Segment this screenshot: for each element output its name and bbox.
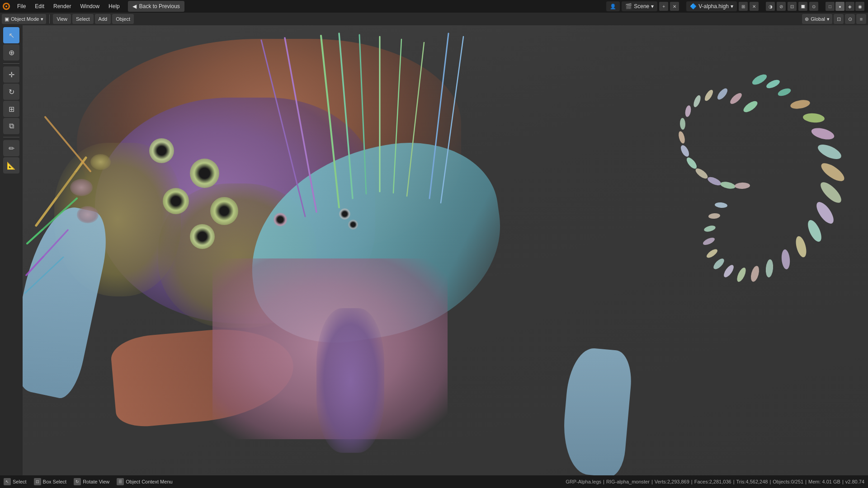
- object-close-button[interactable]: ✕: [750, 2, 759, 11]
- new-scene-icon: +: [662, 4, 665, 9]
- object-menu-button[interactable]: Object: [112, 14, 134, 24]
- prop-toolbar-icon: ⊙: [848, 16, 852, 22]
- scene-close-button[interactable]: ✕: [670, 2, 679, 11]
- olive-bump-3: [77, 206, 99, 223]
- toolbar-right: ⊛ Global ▾ ⊡ ⊙ ≡: [802, 14, 866, 24]
- material-mode-button[interactable]: ◈: [845, 2, 854, 11]
- svg-point-15: [781, 249, 791, 269]
- snap-toolbar-icon: ⊡: [837, 16, 841, 22]
- blender-logo: [0, 0, 13, 13]
- object-name-selector[interactable]: 🔷 V-alpha.high ▾: [686, 1, 737, 11]
- transform-space-selector[interactable]: ⊛ Global ▾: [802, 14, 832, 24]
- menu-help[interactable]: Help: [104, 0, 124, 13]
- rotate-view-icon: ↻: [74, 478, 81, 485]
- svg-point-24: [708, 213, 721, 219]
- box-select-icon: ⊡: [34, 478, 41, 485]
- select-tool[interactable]: ↖: [3, 27, 19, 43]
- rendered-mode-button[interactable]: ◉: [855, 2, 864, 11]
- view-menu-button[interactable]: View: [53, 14, 71, 24]
- stats-object-name: GRP-Alpha.legs: [566, 479, 601, 484]
- eye-small-1: [274, 213, 287, 226]
- olive-bump-2: [70, 179, 93, 196]
- svg-point-29: [703, 89, 714, 102]
- svg-point-17: [750, 265, 761, 283]
- eye-5: [190, 224, 215, 249]
- move-tool[interactable]: ✛: [3, 66, 19, 83]
- stats-tris: Tris:4,562,248: [736, 479, 768, 484]
- rotate-tool[interactable]: ↻: [3, 84, 19, 100]
- shading-modes: □ ● ◈ ◉: [826, 2, 864, 11]
- object-new-button[interactable]: ⊞: [739, 2, 748, 11]
- transform-tool[interactable]: ⧉: [3, 118, 19, 134]
- menu-render[interactable]: Render: [49, 0, 75, 13]
- stats-divider-7: |: [842, 479, 844, 484]
- svg-point-2: [5, 5, 7, 7]
- svg-point-21: [705, 248, 719, 259]
- eye-small-2: [339, 208, 350, 220]
- box-select-status: ⊡ Box Select: [34, 478, 67, 485]
- solid-mode-button[interactable]: ●: [835, 2, 844, 11]
- box-select-label: Box Select: [43, 479, 67, 484]
- svg-point-27: [728, 91, 743, 106]
- svg-point-11: [817, 179, 844, 206]
- svg-point-39: [735, 182, 750, 189]
- svg-point-31: [684, 105, 692, 117]
- select-status: ↖ Select: [4, 478, 27, 485]
- stats-objects: Objects:0/251: [773, 479, 803, 484]
- measure-tool[interactable]: 📐: [3, 157, 19, 174]
- overlay-button[interactable]: ⊘: [777, 2, 786, 11]
- tool-separator-2: [3, 137, 19, 137]
- object-mode-selector[interactable]: ▣ Object Mode ▾: [2, 14, 46, 24]
- stats-divider-1: |: [603, 479, 604, 484]
- select-status-label: Select: [13, 479, 27, 484]
- svg-point-3: [750, 72, 768, 87]
- top-bar: File Edit Render Window Help ◀ Back to P…: [0, 0, 868, 13]
- close-scene-icon: ✕: [673, 4, 676, 9]
- mode-dropdown-icon: ▾: [41, 16, 43, 22]
- menu-window[interactable]: Window: [75, 0, 104, 13]
- scene-dropdown-icon: ▾: [651, 3, 654, 9]
- cursor-tool[interactable]: ⊕: [3, 44, 19, 61]
- options-toolbar-button[interactable]: ≡: [856, 14, 866, 24]
- svg-point-30: [692, 94, 702, 108]
- menu-file[interactable]: File: [13, 0, 30, 13]
- stats-divider-2: |: [651, 479, 653, 484]
- back-to-previous-button[interactable]: ◀ Back to Previous: [128, 1, 184, 12]
- snap-button[interactable]: 🔲: [798, 2, 807, 11]
- scene-new-button[interactable]: +: [659, 2, 668, 11]
- svg-point-25: [715, 202, 728, 208]
- scale-tool[interactable]: ⊞: [3, 101, 19, 117]
- annotate-tool-icon: ✏: [9, 144, 14, 153]
- object-name-label: V-alpha.high: [698, 3, 729, 9]
- snap-toolbar-button[interactable]: ⊡: [834, 14, 844, 24]
- user-perspective-button[interactable]: 👤: [606, 1, 620, 11]
- viewport-shading-button[interactable]: ◑: [766, 2, 775, 11]
- proportional-button[interactable]: ⊙: [809, 2, 818, 11]
- eye-4: [210, 197, 238, 225]
- svg-point-9: [816, 141, 844, 162]
- menu-edit[interactable]: Edit: [30, 0, 49, 13]
- add-menu-button[interactable]: Add: [95, 14, 111, 24]
- rotate-tool-icon: ↻: [9, 88, 14, 96]
- svg-point-37: [707, 175, 722, 187]
- svg-point-7: [802, 113, 825, 123]
- annotate-tool[interactable]: ✏: [3, 140, 19, 156]
- proportional-toolbar-button[interactable]: ⊙: [845, 14, 855, 24]
- select-menu-button[interactable]: Select: [72, 14, 94, 24]
- global-icon: ⊛: [805, 16, 809, 22]
- stats-verts: Verts:2,293,869: [655, 479, 689, 484]
- scene-selector[interactable]: 🎬 Scene ▾: [622, 1, 657, 11]
- scene-name-label: Scene: [634, 3, 649, 9]
- stats-right: GRP-Alpha.legs | RIG-alpha_monster | Ver…: [566, 479, 864, 484]
- svg-point-35: [685, 156, 698, 170]
- global-label: Global: [811, 16, 825, 22]
- gizmo-button[interactable]: ⊡: [788, 2, 797, 11]
- svg-point-8: [810, 126, 835, 142]
- viewport-3d[interactable]: [23, 25, 868, 475]
- svg-point-32: [680, 118, 686, 130]
- select-status-icon: ↖: [4, 478, 11, 485]
- select-tool-icon: ↖: [9, 31, 14, 40]
- wireframe-mode-button[interactable]: □: [826, 2, 835, 11]
- svg-point-5: [777, 87, 792, 97]
- svg-point-20: [712, 257, 726, 271]
